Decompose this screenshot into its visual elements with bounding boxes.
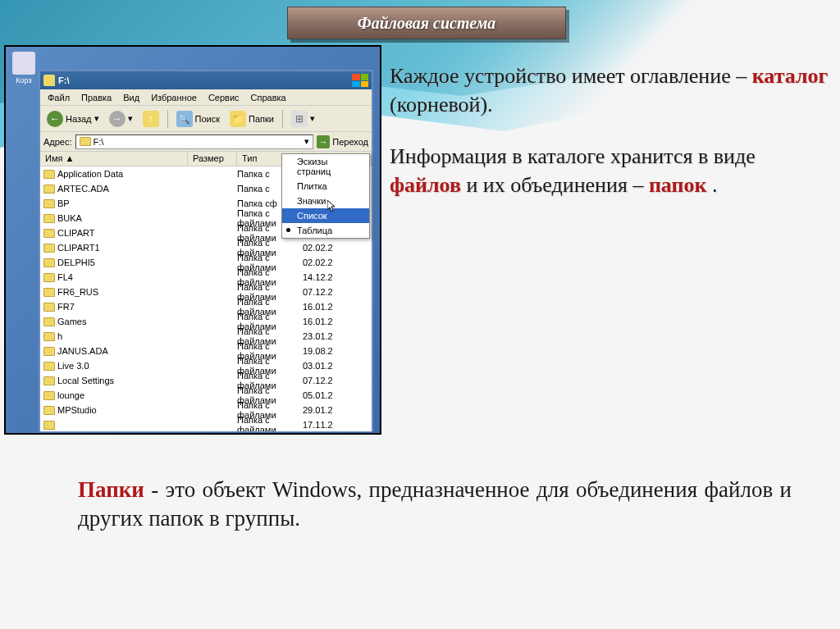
folder-icon xyxy=(43,406,55,415)
desktop-background: Корз F:\ Файл Правка Вид Избранное Серви… xyxy=(4,45,381,435)
menu-favorites[interactable]: Избранное xyxy=(145,91,203,104)
dropdown-arrow-icon: ▾ xyxy=(310,113,315,124)
forward-arrow-icon: → xyxy=(109,111,126,127)
file-name: Local Settings xyxy=(57,376,114,385)
go-arrow-icon: → xyxy=(317,135,330,148)
folder-icon xyxy=(43,303,55,312)
file-date: 29.01.2 xyxy=(303,405,372,415)
toolbar: ← Назад ▾ → ▾ ↑ 🔍 Поиск 📁 Папки ⊞ xyxy=(40,106,372,132)
dropdown-arrow-icon: ▾ xyxy=(304,136,309,147)
toolbar-divider xyxy=(167,110,168,128)
menu-view[interactable]: Вид xyxy=(117,91,145,104)
file-row[interactable]: Live 3.0 Папка с файлами 03.01.2 xyxy=(40,358,372,373)
back-button[interactable]: ← Назад ▾ xyxy=(43,109,103,129)
file-name: FR6_RUS xyxy=(57,287,98,297)
back-arrow-icon: ← xyxy=(47,111,63,127)
right-text-block: Каждое устройство имеет оглавление – кат… xyxy=(390,62,829,222)
file-row[interactable]: Папка с файлами 17.11.2 xyxy=(40,417,372,431)
view-menu-item[interactable]: Эскизы страниц xyxy=(282,154,369,179)
go-button[interactable]: → Переход xyxy=(317,135,368,148)
folder-icon xyxy=(43,347,55,356)
folder-icon xyxy=(43,214,55,223)
file-row[interactable]: MPStudio Папка с файлами 29.01.2 xyxy=(40,403,372,417)
dropdown-arrow-icon: ▾ xyxy=(128,113,133,124)
file-date: 17.11.2 xyxy=(303,420,372,430)
keyword-papki: Папки xyxy=(78,477,144,502)
window-titlebar[interactable]: F:\ xyxy=(40,71,372,89)
menu-tools[interactable]: Сервис xyxy=(203,91,245,104)
keyword-files: файлов xyxy=(390,173,461,197)
view-menu-item[interactable]: Значки xyxy=(282,194,369,208)
folder-icon xyxy=(43,75,55,86)
file-row[interactable]: FR6_RUS Папка с файлами 07.12.2 xyxy=(40,285,372,299)
desktop-icon-recycle[interactable]: Корз xyxy=(9,52,39,84)
file-name: CLIPART xyxy=(57,228,94,238)
file-name: DELPHI5 xyxy=(57,258,95,267)
file-row[interactable]: h Папка с файлами 23.01.2 xyxy=(40,329,372,344)
forward-button[interactable]: → ▾ xyxy=(106,109,136,129)
file-name: FL4 xyxy=(57,272,73,282)
file-row[interactable]: lounge Папка с файлами 05.01.2 xyxy=(40,388,372,403)
views-button[interactable]: ⊞ ▾ xyxy=(288,109,318,129)
folder-icon xyxy=(43,244,55,253)
keyword-folders: папок xyxy=(649,173,707,197)
file-name: Application Data xyxy=(57,169,123,179)
file-name: Games xyxy=(57,317,86,326)
file-row[interactable]: CLIPART1 Папка с файлами 02.02.2 xyxy=(40,240,372,255)
up-button[interactable]: ↑ xyxy=(139,109,162,129)
file-date: 14.12.2 xyxy=(303,272,372,282)
file-date: 16.01.2 xyxy=(303,302,372,312)
recycle-bin-icon xyxy=(12,52,35,75)
file-date: 02.02.2 xyxy=(303,243,372,253)
folder-icon xyxy=(43,317,55,326)
folder-icon xyxy=(43,421,55,430)
file-date: 03.01.2 xyxy=(303,361,372,371)
view-dropdown-menu: Эскизы страницПлиткаЗначкиСписокТаблица xyxy=(281,153,370,239)
up-folder-icon: ↑ xyxy=(143,111,159,127)
menu-edit[interactable]: Правка xyxy=(75,91,117,104)
file-name: ARTEC.ADA xyxy=(57,184,109,194)
menu-file[interactable]: Файл xyxy=(42,91,75,104)
folder-icon xyxy=(43,199,55,208)
file-name: lounge xyxy=(57,390,84,400)
folder-icon xyxy=(43,229,55,238)
menu-help[interactable]: Справка xyxy=(245,91,292,104)
col-size-header[interactable]: Размер xyxy=(188,152,237,166)
paragraph-1: Каждое устройство имеет оглавление – кат… xyxy=(390,62,829,119)
windows-logo-icon xyxy=(352,74,368,87)
keyword-catalog: каталог xyxy=(752,64,829,88)
file-row[interactable]: Games Папка с файлами 16.01.2 xyxy=(40,314,372,329)
file-date: 07.12.2 xyxy=(303,287,372,297)
view-menu-item[interactable]: Таблица xyxy=(282,223,369,238)
col-name-header[interactable]: Имя ▲ xyxy=(40,152,188,166)
file-date: 23.01.2 xyxy=(303,331,372,341)
file-row[interactable]: FR7 Папка с файлами 16.01.2 xyxy=(40,299,372,314)
slide-title: Файловая система xyxy=(358,14,496,33)
file-date: 07.12.2 xyxy=(303,376,372,385)
file-row[interactable]: JANUS.ADA Папка с файлами 19.08.2 xyxy=(40,344,372,358)
menubar: Файл Правка Вид Избранное Сервис Справка xyxy=(40,89,372,106)
paragraph-3: Папки - это объект Windows, предназначен… xyxy=(78,476,792,533)
explorer-window: F:\ Файл Правка Вид Избранное Сервис Спр… xyxy=(39,70,373,432)
folder-icon xyxy=(43,170,55,179)
view-menu-item[interactable]: Плитка xyxy=(282,179,369,194)
drive-icon xyxy=(80,137,91,146)
folder-icon xyxy=(43,332,55,341)
radio-bullet-icon xyxy=(286,228,290,232)
file-date: 05.01.2 xyxy=(303,390,372,400)
address-input[interactable]: F:\ ▾ xyxy=(75,134,314,149)
view-menu-item[interactable]: Список xyxy=(282,208,369,223)
search-button[interactable]: 🔍 Поиск xyxy=(173,109,223,129)
folder-icon xyxy=(43,391,55,400)
folders-icon: 📁 xyxy=(230,111,246,127)
file-row[interactable]: FL4 Папка с файлами 14.12.2 xyxy=(40,270,372,285)
slide-title-container: Файловая система xyxy=(287,7,566,39)
file-name: BUKA xyxy=(57,213,82,223)
file-name: MPStudio xyxy=(57,405,97,415)
file-row[interactable]: DELPHI5 Папка с файлами 02.02.2 xyxy=(40,255,372,270)
folder-icon xyxy=(43,258,55,267)
folders-button[interactable]: 📁 Папки xyxy=(226,109,277,129)
file-date: 02.02.2 xyxy=(303,258,372,267)
file-name: Live 3.0 xyxy=(57,361,89,371)
file-row[interactable]: Local Settings Папка с файлами 07.12.2 xyxy=(40,373,372,388)
